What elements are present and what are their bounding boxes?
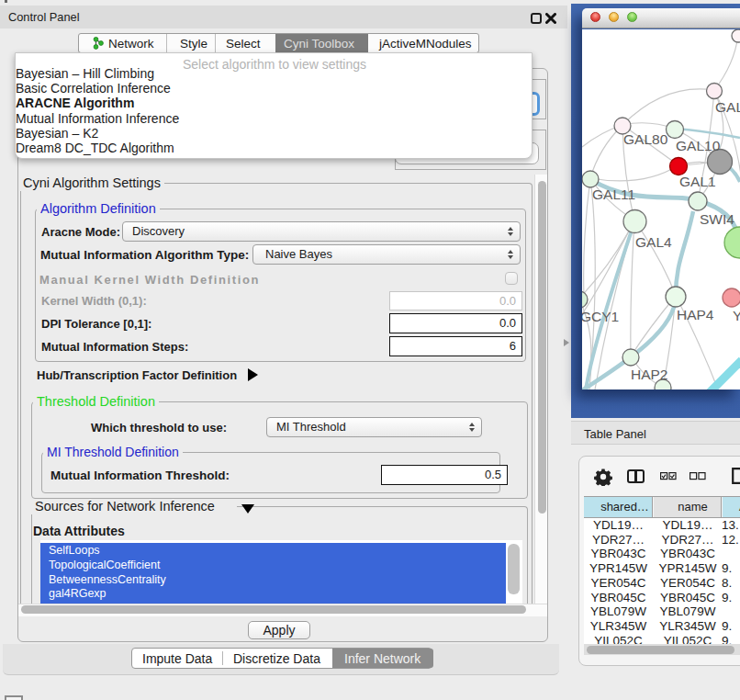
svg-text:HAP4: HAP4 [677, 307, 714, 322]
svg-text:GAL4: GAL4 [635, 234, 672, 250]
svg-text:HAP2: HAP2 [631, 367, 668, 382]
svg-text:GAL80: GAL80 [623, 131, 668, 147]
svg-text:GAL1: GAL1 [679, 174, 716, 189]
svg-text:GCY1: GCY1 [582, 309, 619, 324]
svg-text:SWI4: SWI4 [700, 211, 734, 227]
svg-text:GAL11: GAL11 [592, 186, 635, 202]
svg-text:GAL7: GAL7 [715, 99, 740, 115]
svg-text:GAL10: GAL10 [676, 138, 721, 153]
svg-text:Y: Y [733, 308, 740, 323]
